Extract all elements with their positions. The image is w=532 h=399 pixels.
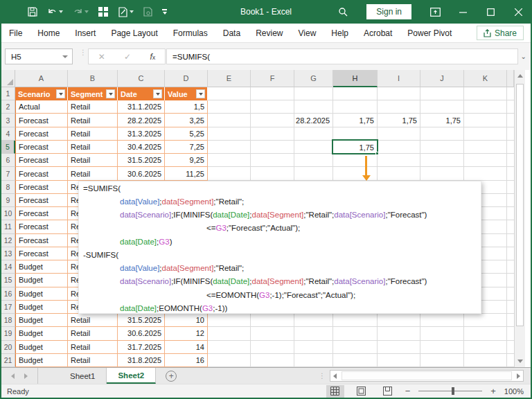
zoom-slider-handle[interactable]	[452, 387, 454, 395]
cancel-formula-icon[interactable]: ✕	[98, 52, 105, 62]
filter-dropdown-icon[interactable]	[106, 89, 115, 98]
tab-page-layout[interactable]: Page Layout	[103, 24, 165, 43]
table-cell[interactable]: 31.3.2025	[118, 127, 165, 141]
column-header-D[interactable]: D	[165, 70, 208, 87]
vertical-scroll-thumb[interactable]	[516, 84, 524, 326]
column-header-partial[interactable]	[507, 70, 514, 87]
row-header-18[interactable]: 18	[1, 314, 15, 327]
document-tool-icon[interactable]	[143, 7, 152, 17]
insert-function-icon[interactable]: fx	[150, 52, 155, 62]
table-cell[interactable]: 31.5.2025	[118, 314, 165, 327]
table-cell[interactable]: Retail	[68, 154, 118, 167]
zoom-level[interactable]: 100%	[504, 387, 524, 396]
row-header-1[interactable]: 1	[1, 87, 15, 100]
zoom-slider[interactable]	[418, 391, 482, 391]
row-header-4[interactable]: 4	[1, 127, 15, 141]
row-header-6[interactable]: 6	[1, 154, 15, 167]
row-header-10[interactable]: 10	[1, 207, 15, 220]
table-cell[interactable]: Forecast	[15, 194, 68, 207]
row-header-15[interactable]: 15	[1, 274, 15, 287]
save-icon[interactable]	[28, 7, 37, 17]
table-cell[interactable]: 31.5.2025	[118, 154, 165, 167]
table-cell[interactable]: Budget	[15, 327, 68, 340]
tab-view[interactable]: View	[291, 24, 324, 43]
customize-qat-icon[interactable]	[162, 9, 167, 14]
fill-handle[interactable]	[375, 152, 379, 155]
row-header-16[interactable]: 16	[1, 287, 15, 301]
table-cell[interactable]: Retail	[68, 327, 118, 340]
tab-review[interactable]: Review	[248, 24, 290, 43]
table-cell[interactable]: 28.2.2025	[118, 114, 165, 127]
undo-button[interactable]	[47, 7, 63, 17]
sheet-tab-sheet1[interactable]: Sheet1	[59, 368, 107, 384]
tab-file[interactable]: File	[1, 24, 30, 43]
horizontal-scroll-thumb[interactable]	[342, 371, 512, 380]
row-header-2[interactable]: 2	[1, 100, 15, 114]
table-cell[interactable]: Retail	[68, 141, 118, 154]
horizontal-scrollbar[interactable]	[330, 370, 524, 382]
table-cell[interactable]: Budget	[15, 314, 68, 327]
cell-H3[interactable]: 1,75	[333, 114, 378, 127]
share-button[interactable]: Share	[477, 26, 524, 40]
search-icon[interactable]	[329, 0, 357, 24]
column-header-J[interactable]: J	[420, 70, 464, 87]
column-header-K[interactable]: K	[464, 70, 507, 87]
scroll-left-icon[interactable]	[333, 373, 337, 379]
table-cell[interactable]: Forecast	[15, 141, 68, 154]
vertical-scrollbar[interactable]	[514, 70, 525, 367]
page-break-preview-icon[interactable]	[379, 385, 397, 398]
row-header-14[interactable]: 14	[1, 260, 15, 274]
scroll-right-icon[interactable]	[517, 373, 520, 379]
table-cell[interactable]: 12	[165, 327, 208, 340]
table-cell[interactable]: 11,25	[165, 167, 208, 180]
ribbon-display-options-icon[interactable]	[421, 0, 449, 24]
table-cell[interactable]: 16	[165, 354, 208, 367]
new-sheet-button[interactable]: +	[166, 371, 177, 382]
table-cell[interactable]: Budget	[15, 274, 68, 287]
table-cell[interactable]: 9,25	[165, 154, 208, 167]
table-cell[interactable]: Budget	[15, 354, 68, 367]
scroll-down-icon[interactable]	[517, 360, 523, 363]
sheet-tab-sheet2[interactable]: Sheet2	[107, 368, 156, 384]
table-cell[interactable]: 30.4.2025	[118, 141, 165, 154]
table-cell[interactable]: 31.1.2025	[118, 100, 165, 114]
tab-acrobat[interactable]: Acrobat	[356, 24, 400, 43]
column-header-E[interactable]: E	[208, 70, 251, 87]
table-cell[interactable]: Budget	[15, 260, 68, 274]
table-cell[interactable]: 7,25	[165, 141, 208, 154]
cell-G3[interactable]: 28.2.2025	[294, 114, 333, 127]
row-header-11[interactable]: 11	[1, 220, 15, 233]
tab-help[interactable]: Help	[323, 24, 356, 43]
filter-dropdown-icon[interactable]	[196, 89, 205, 98]
table-cell[interactable]: 31.8.2025	[118, 354, 165, 367]
row-header-3[interactable]: 3	[1, 114, 15, 127]
table-cell[interactable]: Budget	[15, 341, 68, 354]
table-cell[interactable]: Actual	[15, 100, 68, 114]
tab-insert[interactable]: Insert	[67, 24, 103, 43]
table-cell[interactable]: 30.6.2025	[118, 327, 165, 340]
row-header-17[interactable]: 17	[1, 301, 15, 314]
cell-I3[interactable]: 1,75	[378, 114, 420, 127]
table-cell[interactable]: Budget	[15, 287, 68, 301]
minimize-button[interactable]	[449, 0, 477, 24]
row-header-20[interactable]: 20	[1, 341, 15, 354]
row-header-19[interactable]: 19	[1, 327, 15, 340]
prev-sheet-icon[interactable]	[11, 373, 15, 379]
column-header-I[interactable]: I	[378, 70, 420, 87]
page-layout-view-icon[interactable]	[353, 385, 371, 398]
table-cell[interactable]: Forecast	[15, 220, 68, 233]
undo-dropdown-icon[interactable]	[59, 10, 63, 13]
formula-input[interactable]: =SUMIFS(	[166, 48, 518, 64]
table-cell[interactable]: Retail	[68, 100, 118, 114]
table-cell[interactable]: Forecast	[15, 154, 68, 167]
zoom-in-button[interactable]: +	[490, 386, 496, 396]
table-cell[interactable]: 5,25	[165, 127, 208, 141]
filter-dropdown-icon[interactable]	[153, 89, 162, 98]
table-cell[interactable]: Forecast	[15, 207, 68, 220]
table-cell[interactable]: 10	[165, 314, 208, 327]
close-button[interactable]	[504, 0, 532, 24]
redo-button[interactable]	[73, 7, 89, 17]
table-cell[interactable]: 1,5	[165, 100, 208, 114]
column-header-H[interactable]: H	[333, 70, 378, 87]
row-header-12[interactable]: 12	[1, 234, 15, 247]
